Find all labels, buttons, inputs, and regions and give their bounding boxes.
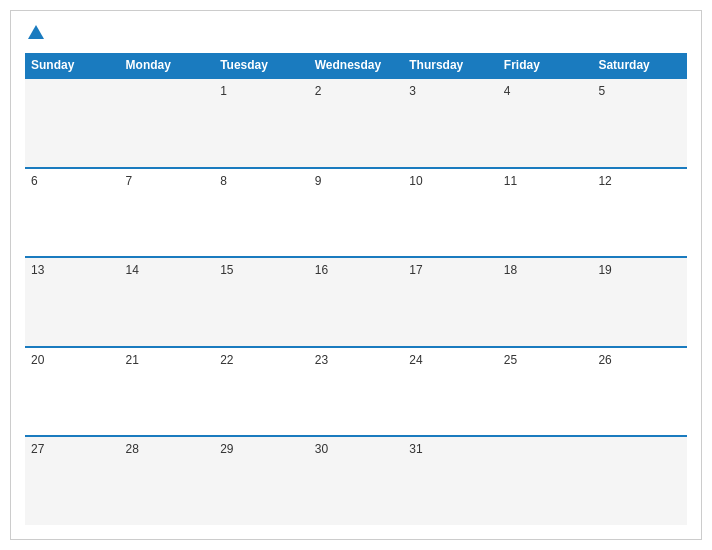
day-headers-row: SundayMondayTuesdayWednesdayThursdayFrid… <box>25 53 687 77</box>
day-number: 21 <box>126 353 209 367</box>
day-cell: 12 <box>592 169 687 257</box>
day-header-sunday: Sunday <box>25 53 120 77</box>
week-row-3: 13141516171819 <box>25 256 687 346</box>
week-row-5: 2728293031 <box>25 435 687 525</box>
day-number: 18 <box>504 263 587 277</box>
day-cell: 16 <box>309 258 404 346</box>
calendar-header <box>25 21 687 45</box>
calendar-container: SundayMondayTuesdayWednesdayThursdayFrid… <box>10 10 702 540</box>
day-header-saturday: Saturday <box>592 53 687 77</box>
day-cell: 8 <box>214 169 309 257</box>
day-cell: 10 <box>403 169 498 257</box>
day-number: 14 <box>126 263 209 277</box>
day-number: 30 <box>315 442 398 456</box>
day-number: 3 <box>409 84 492 98</box>
day-cell: 6 <box>25 169 120 257</box>
day-cell: 1 <box>214 79 309 167</box>
calendar-grid: SundayMondayTuesdayWednesdayThursdayFrid… <box>25 53 687 525</box>
day-cell: 11 <box>498 169 593 257</box>
day-number: 2 <box>315 84 398 98</box>
day-number: 10 <box>409 174 492 188</box>
day-number: 11 <box>504 174 587 188</box>
week-row-4: 20212223242526 <box>25 346 687 436</box>
day-cell: 27 <box>25 437 120 525</box>
day-number: 20 <box>31 353 114 367</box>
day-header-wednesday: Wednesday <box>309 53 404 77</box>
day-cell: 30 <box>309 437 404 525</box>
day-cell: 31 <box>403 437 498 525</box>
day-number: 28 <box>126 442 209 456</box>
day-cell: 5 <box>592 79 687 167</box>
day-cell <box>25 79 120 167</box>
day-cell: 23 <box>309 348 404 436</box>
day-header-thursday: Thursday <box>403 53 498 77</box>
day-number: 4 <box>504 84 587 98</box>
day-number: 31 <box>409 442 492 456</box>
day-cell: 2 <box>309 79 404 167</box>
logo-triangle-icon <box>28 25 44 39</box>
day-number: 24 <box>409 353 492 367</box>
day-cell: 3 <box>403 79 498 167</box>
day-cell <box>498 437 593 525</box>
day-number: 5 <box>598 84 681 98</box>
day-number: 27 <box>31 442 114 456</box>
day-number: 29 <box>220 442 303 456</box>
day-cell: 24 <box>403 348 498 436</box>
day-cell: 4 <box>498 79 593 167</box>
day-number: 6 <box>31 174 114 188</box>
day-cell: 19 <box>592 258 687 346</box>
day-cell: 14 <box>120 258 215 346</box>
day-number: 7 <box>126 174 209 188</box>
day-number: 26 <box>598 353 681 367</box>
day-number: 15 <box>220 263 303 277</box>
day-cell: 15 <box>214 258 309 346</box>
logo <box>25 25 44 41</box>
day-header-friday: Friday <box>498 53 593 77</box>
day-number: 17 <box>409 263 492 277</box>
day-cell: 25 <box>498 348 593 436</box>
day-cell: 29 <box>214 437 309 525</box>
day-cell: 9 <box>309 169 404 257</box>
day-number: 13 <box>31 263 114 277</box>
day-number: 12 <box>598 174 681 188</box>
day-header-tuesday: Tuesday <box>214 53 309 77</box>
day-number: 22 <box>220 353 303 367</box>
day-number: 16 <box>315 263 398 277</box>
day-number: 25 <box>504 353 587 367</box>
day-cell <box>120 79 215 167</box>
day-cell: 22 <box>214 348 309 436</box>
day-cell: 21 <box>120 348 215 436</box>
day-cell: 17 <box>403 258 498 346</box>
day-cell: 7 <box>120 169 215 257</box>
day-cell: 13 <box>25 258 120 346</box>
day-header-monday: Monday <box>120 53 215 77</box>
day-number: 1 <box>220 84 303 98</box>
day-number: 23 <box>315 353 398 367</box>
day-number: 19 <box>598 263 681 277</box>
day-cell: 28 <box>120 437 215 525</box>
day-cell: 26 <box>592 348 687 436</box>
day-cell: 20 <box>25 348 120 436</box>
day-cell: 18 <box>498 258 593 346</box>
day-number: 8 <box>220 174 303 188</box>
week-row-1: 12345 <box>25 77 687 167</box>
day-cell <box>592 437 687 525</box>
weeks-container: 1234567891011121314151617181920212223242… <box>25 77 687 525</box>
day-number: 9 <box>315 174 398 188</box>
week-row-2: 6789101112 <box>25 167 687 257</box>
